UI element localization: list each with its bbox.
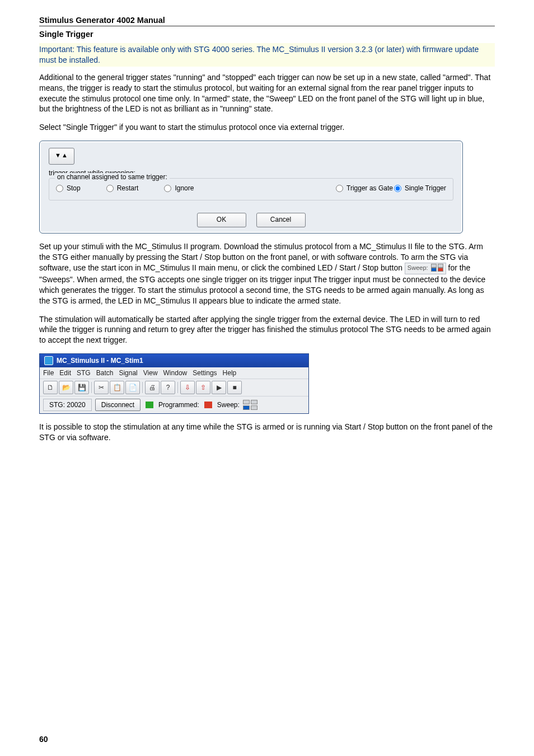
ok-button[interactable]: OK: [197, 213, 246, 227]
programmed-label: Programmed:: [158, 401, 199, 409]
toolbar-separator: [177, 382, 178, 393]
para-2: Select "Single Trigger" if you want to s…: [39, 122, 495, 133]
title-rule: [39, 26, 495, 26]
radio-gate-input[interactable]: [336, 185, 343, 192]
radio-stop-input[interactable]: [56, 185, 63, 192]
print-icon[interactable]: 🖨: [145, 381, 160, 394]
radio-single-input[interactable]: [394, 185, 401, 192]
para-3: Set up your stimuli with the MC_Stimulus…: [39, 241, 495, 306]
para-4: The stimulation will automatically be st…: [39, 314, 495, 346]
menu-stg[interactable]: STG: [77, 369, 91, 377]
help-icon[interactable]: ?: [161, 381, 175, 394]
app-icon: [44, 356, 53, 365]
sweep-led-stack[interactable]: [243, 400, 259, 410]
important-note: Important: This feature is available onl…: [39, 43, 495, 67]
sweep-button-inline[interactable]: Sweep:: [405, 263, 446, 274]
toolbar-separator: [91, 382, 92, 393]
sweep-label: Sweep:: [217, 401, 240, 409]
radio-stop[interactable]: Stop: [56, 184, 81, 192]
radio-restart-label: Restart: [117, 184, 139, 192]
led-grey-icon: [243, 400, 250, 404]
led-red-icon: [438, 268, 443, 272]
radio-restart-input[interactable]: [106, 185, 114, 192]
led-grey-icon: [251, 400, 257, 404]
titlebar: MC_Stimulus II - MC_Stim1: [40, 354, 308, 367]
upload-icon[interactable]: ⇧: [196, 381, 210, 394]
doc-title: Stimulus Generator 4002 Manual: [39, 16, 495, 25]
radio-ignore[interactable]: Ignore: [164, 184, 194, 192]
cut-icon[interactable]: ✂: [94, 381, 109, 394]
new-icon[interactable]: 🗋: [43, 381, 58, 394]
para-5: It is possible to stop the stimulation a…: [39, 422, 495, 443]
menu-settings[interactable]: Settings: [193, 369, 217, 377]
radio-single-label: Single Trigger: [405, 184, 446, 192]
radio-gate-label: Trigger as Gate: [346, 184, 393, 192]
stg-id-label: STG: 20020: [43, 399, 92, 411]
led-red-icon: [204, 402, 212, 408]
mc-stimulus-window: MC_Stimulus II - MC_Stim1 File Edit STG …: [39, 353, 309, 414]
stop-icon[interactable]: ■: [227, 381, 242, 394]
save-icon[interactable]: 💾: [74, 381, 89, 394]
led-blue-icon: [243, 405, 250, 410]
status-row: STG: 20020 Disconnect Programmed: Sweep:: [40, 396, 308, 413]
menubar: File Edit STG Batch Signal View Window S…: [40, 367, 308, 379]
radio-ignore-label: Ignore: [175, 184, 194, 192]
sort-toggle-button[interactable]: ▼▲: [49, 148, 74, 165]
download-icon[interactable]: ⇩: [180, 381, 195, 394]
menu-signal[interactable]: Signal: [119, 369, 137, 377]
cancel-button[interactable]: Cancel: [256, 213, 306, 227]
sweep-inline-label: Sweep:: [407, 264, 428, 271]
group-legend: on channel assigned to same trigger:: [55, 173, 170, 181]
menu-file[interactable]: File: [43, 369, 54, 377]
led-grey-icon: [431, 264, 437, 268]
toolbar-separator: [142, 382, 143, 393]
play-icon[interactable]: ▶: [212, 381, 226, 394]
led-green-icon: [146, 402, 153, 408]
channel-groupbox: on channel assigned to same trigger: Sto…: [49, 178, 453, 200]
menu-window[interactable]: Window: [163, 369, 188, 377]
paste-icon[interactable]: 📄: [125, 381, 140, 394]
copy-icon[interactable]: 📋: [110, 381, 124, 394]
para-1: Additional to the general trigger states…: [39, 72, 495, 115]
window-title: MC_Stimulus II - MC_Stim1: [57, 357, 143, 365]
trigger-dialog: ▼▲ trigger event while sweeping: on chan…: [39, 141, 463, 234]
section-title: Single Trigger: [39, 30, 495, 39]
menu-view[interactable]: View: [143, 369, 158, 377]
menu-edit[interactable]: Edit: [59, 369, 71, 377]
led-blue-icon: [431, 268, 437, 272]
led-grey-icon: [251, 405, 257, 410]
toolbar: 🗋 📂 💾 ✂ 📋 📄 🖨 ? ⇩ ⇧ ▶ ■: [40, 379, 308, 396]
menu-batch[interactable]: Batch: [96, 369, 114, 377]
led-grey-icon: [438, 264, 443, 268]
menu-help[interactable]: Help: [223, 369, 237, 377]
page-number: 60: [39, 735, 48, 744]
open-icon[interactable]: 📂: [59, 381, 73, 394]
radio-trigger-as-gate[interactable]: Trigger as Gate: [336, 184, 393, 192]
radio-ignore-input[interactable]: [164, 185, 171, 192]
radio-single-trigger[interactable]: Single Trigger: [394, 184, 446, 192]
radio-restart[interactable]: Restart: [106, 184, 139, 192]
radio-stop-label: Stop: [67, 184, 81, 192]
disconnect-button[interactable]: Disconnect: [95, 399, 140, 411]
